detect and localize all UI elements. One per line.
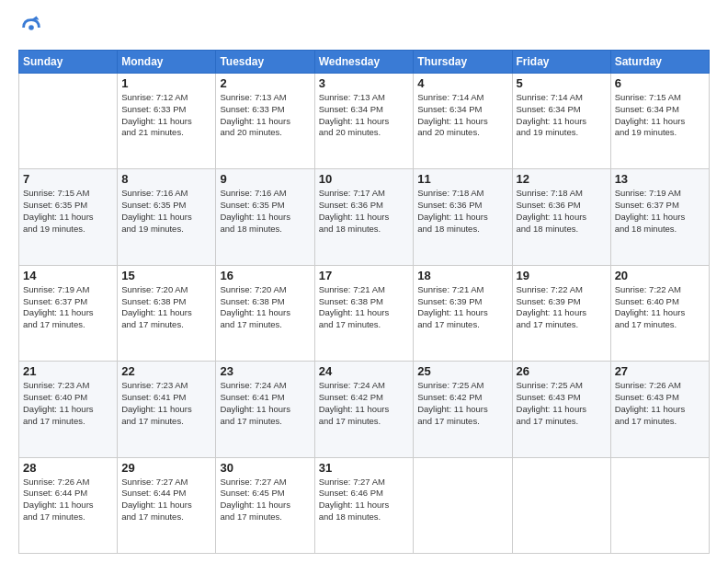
day-number: 28	[23, 461, 113, 475]
page-container: SundayMondayTuesdayWednesdayThursdayFrid…	[0, 0, 728, 563]
calendar-cell: 18Sunrise: 7:21 AM Sunset: 6:39 PM Dayli…	[414, 265, 512, 361]
day-number: 5	[517, 76, 607, 90]
calendar-cell: 25Sunrise: 7:25 AM Sunset: 6:42 PM Dayli…	[414, 362, 512, 457]
day-number: 10	[319, 172, 410, 186]
day-number: 19	[517, 269, 607, 282]
logo	[18, 15, 48, 40]
calendar-cell: 11Sunrise: 7:18 AM Sunset: 6:36 PM Dayli…	[414, 169, 512, 265]
calendar-cell	[610, 457, 709, 553]
calendar-cell: 21Sunrise: 7:23 AM Sunset: 6:40 PM Dayli…	[19, 362, 118, 457]
calendar-week-row: 28Sunrise: 7:26 AM Sunset: 6:44 PM Dayli…	[19, 457, 710, 553]
day-number: 30	[220, 461, 310, 475]
day-info: Sunrise: 7:15 AM Sunset: 6:34 PM Dayligh…	[615, 92, 705, 139]
day-number: 29	[121, 461, 211, 475]
calendar-cell: 12Sunrise: 7:18 AM Sunset: 6:36 PM Dayli…	[512, 169, 610, 265]
day-number: 11	[417, 172, 507, 186]
calendar-cell: 28Sunrise: 7:26 AM Sunset: 6:44 PM Dayli…	[19, 457, 118, 553]
calendar-cell: 31Sunrise: 7:27 AM Sunset: 6:46 PM Dayli…	[314, 457, 414, 553]
day-info: Sunrise: 7:13 AM Sunset: 6:34 PM Dayligh…	[319, 92, 410, 139]
day-of-week-header: Friday	[512, 51, 610, 74]
day-number: 25	[417, 364, 507, 378]
day-number: 8	[121, 172, 211, 186]
day-info: Sunrise: 7:27 AM Sunset: 6:46 PM Dayligh…	[319, 477, 410, 523]
calendar-cell: 17Sunrise: 7:21 AM Sunset: 6:38 PM Dayli…	[314, 265, 414, 361]
calendar-cell: 20Sunrise: 7:22 AM Sunset: 6:40 PM Dayli…	[610, 265, 709, 361]
calendar-cell: 1Sunrise: 7:12 AM Sunset: 6:33 PM Daylig…	[118, 74, 216, 169]
day-info: Sunrise: 7:21 AM Sunset: 6:39 PM Dayligh…	[417, 284, 507, 331]
day-info: Sunrise: 7:18 AM Sunset: 6:36 PM Dayligh…	[517, 188, 607, 235]
day-number: 15	[121, 269, 211, 282]
calendar-cell: 13Sunrise: 7:19 AM Sunset: 6:37 PM Dayli…	[610, 169, 709, 265]
day-of-week-header: Wednesday	[314, 51, 414, 74]
day-info: Sunrise: 7:23 AM Sunset: 6:40 PM Dayligh…	[23, 380, 113, 427]
day-info: Sunrise: 7:27 AM Sunset: 6:45 PM Dayligh…	[220, 477, 310, 523]
day-number: 3	[319, 76, 410, 90]
day-info: Sunrise: 7:25 AM Sunset: 6:42 PM Dayligh…	[417, 380, 507, 427]
calendar: SundayMondayTuesdayWednesdayThursdayFrid…	[18, 50, 710, 554]
day-info: Sunrise: 7:24 AM Sunset: 6:41 PM Dayligh…	[220, 380, 310, 427]
day-number: 23	[220, 364, 310, 378]
day-number: 24	[319, 364, 410, 378]
day-info: Sunrise: 7:13 AM Sunset: 6:33 PM Dayligh…	[220, 92, 310, 139]
day-of-week-header: Saturday	[610, 51, 709, 74]
day-info: Sunrise: 7:26 AM Sunset: 6:43 PM Dayligh…	[615, 380, 705, 427]
calendar-cell: 9Sunrise: 7:16 AM Sunset: 6:35 PM Daylig…	[216, 169, 314, 265]
day-info: Sunrise: 7:26 AM Sunset: 6:44 PM Dayligh…	[23, 477, 113, 523]
day-number: 26	[517, 364, 607, 378]
day-of-week-header: Monday	[118, 51, 216, 74]
day-info: Sunrise: 7:14 AM Sunset: 6:34 PM Dayligh…	[517, 92, 607, 139]
day-info: Sunrise: 7:19 AM Sunset: 6:37 PM Dayligh…	[615, 188, 705, 235]
calendar-cell: 26Sunrise: 7:25 AM Sunset: 6:43 PM Dayli…	[512, 362, 610, 457]
day-info: Sunrise: 7:17 AM Sunset: 6:36 PM Dayligh…	[319, 188, 410, 235]
day-info: Sunrise: 7:18 AM Sunset: 6:36 PM Dayligh…	[417, 188, 507, 235]
calendar-cell: 4Sunrise: 7:14 AM Sunset: 6:34 PM Daylig…	[414, 74, 512, 169]
calendar-cell	[512, 457, 610, 553]
calendar-week-row: 1Sunrise: 7:12 AM Sunset: 6:33 PM Daylig…	[19, 74, 710, 169]
day-info: Sunrise: 7:15 AM Sunset: 6:35 PM Dayligh…	[23, 188, 113, 235]
day-info: Sunrise: 7:19 AM Sunset: 6:37 PM Dayligh…	[23, 284, 113, 331]
calendar-cell: 8Sunrise: 7:16 AM Sunset: 6:35 PM Daylig…	[118, 169, 216, 265]
day-number: 4	[417, 76, 507, 90]
day-number: 16	[220, 269, 310, 282]
calendar-cell: 6Sunrise: 7:15 AM Sunset: 6:34 PM Daylig…	[610, 74, 709, 169]
day-number: 21	[23, 364, 113, 378]
day-info: Sunrise: 7:20 AM Sunset: 6:38 PM Dayligh…	[121, 284, 211, 331]
day-info: Sunrise: 7:22 AM Sunset: 6:40 PM Dayligh…	[615, 284, 705, 331]
day-number: 12	[517, 172, 607, 186]
day-number: 1	[121, 76, 211, 90]
day-number: 22	[121, 364, 211, 378]
day-number: 7	[23, 172, 113, 186]
calendar-cell	[414, 457, 512, 553]
day-number: 17	[319, 269, 410, 282]
day-info: Sunrise: 7:21 AM Sunset: 6:38 PM Dayligh…	[319, 284, 410, 331]
day-number: 6	[615, 76, 705, 90]
header-row: SundayMondayTuesdayWednesdayThursdayFrid…	[19, 51, 710, 74]
day-info: Sunrise: 7:20 AM Sunset: 6:38 PM Dayligh…	[220, 284, 310, 331]
calendar-cell: 14Sunrise: 7:19 AM Sunset: 6:37 PM Dayli…	[19, 265, 118, 361]
calendar-week-row: 7Sunrise: 7:15 AM Sunset: 6:35 PM Daylig…	[19, 169, 710, 265]
calendar-week-row: 14Sunrise: 7:19 AM Sunset: 6:37 PM Dayli…	[19, 265, 710, 361]
day-info: Sunrise: 7:27 AM Sunset: 6:44 PM Dayligh…	[121, 477, 211, 523]
day-number: 9	[220, 172, 310, 186]
day-info: Sunrise: 7:16 AM Sunset: 6:35 PM Dayligh…	[121, 188, 211, 235]
calendar-cell: 5Sunrise: 7:14 AM Sunset: 6:34 PM Daylig…	[512, 74, 610, 169]
header	[18, 15, 710, 40]
day-number: 2	[220, 76, 310, 90]
svg-point-0	[28, 25, 34, 30]
day-of-week-header: Thursday	[414, 51, 512, 74]
calendar-cell: 29Sunrise: 7:27 AM Sunset: 6:44 PM Dayli…	[118, 457, 216, 553]
calendar-week-row: 21Sunrise: 7:23 AM Sunset: 6:40 PM Dayli…	[19, 362, 710, 457]
day-of-week-header: Sunday	[19, 51, 118, 74]
calendar-cell: 16Sunrise: 7:20 AM Sunset: 6:38 PM Dayli…	[216, 265, 314, 361]
day-of-week-header: Tuesday	[216, 51, 314, 74]
calendar-cell: 7Sunrise: 7:15 AM Sunset: 6:35 PM Daylig…	[19, 169, 118, 265]
calendar-cell	[19, 74, 118, 169]
calendar-cell: 19Sunrise: 7:22 AM Sunset: 6:39 PM Dayli…	[512, 265, 610, 361]
day-number: 31	[319, 461, 410, 475]
calendar-cell: 24Sunrise: 7:24 AM Sunset: 6:42 PM Dayli…	[314, 362, 414, 457]
day-info: Sunrise: 7:22 AM Sunset: 6:39 PM Dayligh…	[517, 284, 607, 331]
calendar-cell: 10Sunrise: 7:17 AM Sunset: 6:36 PM Dayli…	[314, 169, 414, 265]
day-info: Sunrise: 7:16 AM Sunset: 6:35 PM Dayligh…	[220, 188, 310, 235]
day-info: Sunrise: 7:14 AM Sunset: 6:34 PM Dayligh…	[417, 92, 507, 139]
day-number: 27	[615, 364, 705, 378]
